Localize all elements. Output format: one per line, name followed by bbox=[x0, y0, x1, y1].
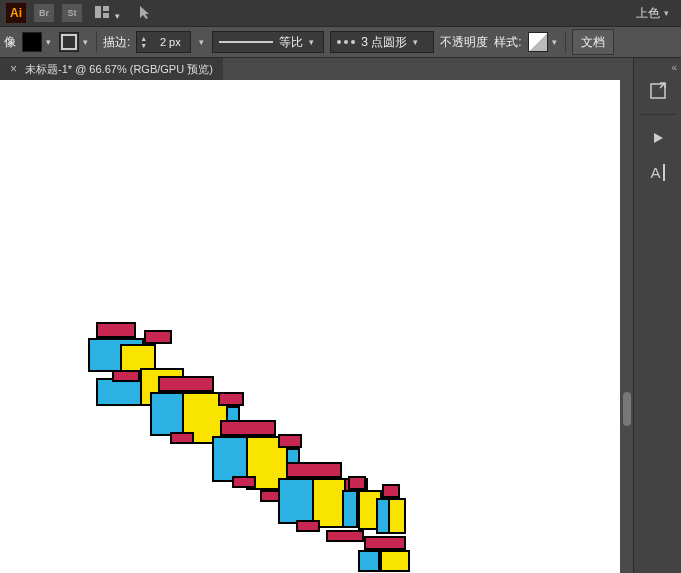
app-logo-icon: Ai bbox=[6, 3, 26, 23]
coloring-dropdown[interactable]: 上色 ▾ bbox=[630, 3, 675, 24]
svg-rect-2 bbox=[103, 13, 109, 18]
stock-badge[interactable]: St bbox=[62, 4, 82, 22]
document-area: × 未标题-1* @ 66.67% (RGB/GPU 预览) bbox=[0, 58, 633, 573]
stroke-width-stepper[interactable]: ▲▼ bbox=[136, 31, 191, 53]
document-tab[interactable]: × 未标题-1* @ 66.67% (RGB/GPU 预览) bbox=[0, 58, 223, 80]
style-swatch[interactable] bbox=[528, 32, 548, 52]
chevron-down-icon: ▾ bbox=[664, 8, 669, 18]
arrange-icon[interactable]: ▾ bbox=[90, 3, 126, 24]
stroke-swatch[interactable] bbox=[59, 32, 79, 52]
export-panel-button[interactable] bbox=[640, 76, 676, 106]
document-tab-title: 未标题-1* @ 66.67% (RGB/GPU 预览) bbox=[25, 62, 213, 77]
svg-rect-0 bbox=[95, 6, 101, 18]
play-panel-button[interactable] bbox=[640, 123, 676, 153]
controlbar: 像 ▾ ▾ 描边: ▲▼ ▾ 等比 ▾ 3 点圆形 ▾ 不透明度 样式: ▾ 文… bbox=[0, 26, 681, 58]
right-panel-strip: « A bbox=[633, 58, 681, 573]
brush-label: 3 点圆形 bbox=[361, 34, 407, 51]
divider bbox=[565, 31, 566, 53]
style-swatch-group[interactable]: ▾ bbox=[528, 32, 559, 52]
document-tabbar: × 未标题-1* @ 66.67% (RGB/GPU 预览) bbox=[0, 58, 633, 80]
divider bbox=[639, 114, 677, 115]
menubar: Ai Br St ▾ 上色 ▾ bbox=[0, 0, 681, 26]
opacity-label[interactable]: 不透明度 bbox=[440, 34, 488, 51]
stroke-swatch-group[interactable]: ▾ bbox=[59, 32, 90, 52]
fill-swatch-group[interactable]: ▾ bbox=[22, 32, 53, 52]
character-glyph: A bbox=[650, 164, 664, 181]
scale-label: 等比 bbox=[279, 34, 303, 51]
artboard[interactable] bbox=[0, 80, 620, 573]
character-panel-button[interactable]: A bbox=[640, 157, 676, 187]
stroke-profile-select[interactable]: 等比 ▾ bbox=[212, 31, 324, 53]
stroke-label: 描边: bbox=[103, 34, 130, 51]
chevron-down-icon: ▾ bbox=[550, 37, 559, 47]
coloring-label: 上色 bbox=[636, 5, 660, 22]
document-setup-button[interactable]: 文档 bbox=[572, 29, 614, 55]
cursor-icon[interactable] bbox=[134, 2, 156, 25]
divider bbox=[96, 31, 97, 53]
chevron-down-icon: ▾ bbox=[44, 37, 53, 47]
brush-select[interactable]: 3 点圆形 ▾ bbox=[330, 31, 434, 53]
fill-swatch[interactable] bbox=[22, 32, 42, 52]
chevron-down-icon[interactable]: ▾ bbox=[197, 37, 206, 47]
canvas[interactable] bbox=[0, 80, 633, 573]
chevron-down-icon: ▾ bbox=[413, 37, 418, 47]
chevron-down-icon: ▾ bbox=[81, 37, 90, 47]
expand-panels-icon[interactable]: « bbox=[671, 62, 677, 72]
bridge-badge[interactable]: Br bbox=[34, 4, 54, 22]
scrollbar-thumb[interactable] bbox=[623, 392, 631, 426]
dots-preview-icon bbox=[337, 37, 355, 47]
style-label: 样式: bbox=[494, 34, 521, 51]
stroke-width-input[interactable] bbox=[150, 35, 190, 49]
control-prefix: 像 bbox=[4, 34, 16, 51]
line-preview-icon bbox=[219, 41, 273, 43]
close-icon[interactable]: × bbox=[10, 62, 17, 76]
chevron-down-icon: ▾ bbox=[309, 37, 314, 47]
svg-rect-1 bbox=[103, 6, 109, 11]
